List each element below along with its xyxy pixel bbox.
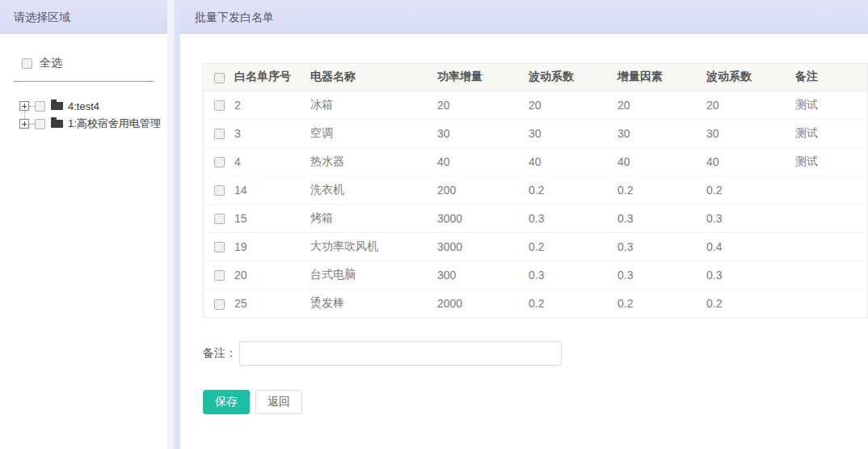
select-all-checkbox[interactable] (22, 58, 32, 69)
row-checkbox[interactable] (214, 157, 225, 167)
row-checkbox[interactable] (214, 214, 225, 224)
region-sidebar: 请选择区域 全选 4:test4 1:高校宿舍用电管理 (0, 0, 167, 449)
cell-wave-coeff: 20 (529, 91, 617, 119)
cell-power-delta: 30 (437, 119, 529, 147)
tree-node-checkbox[interactable] (35, 119, 45, 129)
back-button[interactable]: 返回 (255, 390, 302, 414)
select-all-rows-checkbox[interactable] (214, 73, 225, 83)
cell-seq: 14 (234, 176, 310, 204)
table-row: 4热水器40404040测试 (204, 147, 867, 176)
cell-wave-coeff-2: 0.4 (706, 232, 795, 261)
cell-wave-coeff-2: 40 (706, 147, 795, 176)
cell-power-delta: 20 (437, 91, 529, 119)
cell-wave-coeff-2: 20 (706, 91, 795, 119)
row-checkbox[interactable] (214, 185, 225, 196)
tree-item-test4[interactable]: 4:test4 (19, 97, 167, 115)
folder-icon (51, 120, 63, 128)
cell-name: 烤箱 (310, 204, 437, 232)
sidebar-title: 请选择区域 (0, 0, 167, 34)
cell-wave-coeff-2: 0.3 (706, 204, 795, 232)
remark-input[interactable] (239, 341, 562, 366)
tree-node-label[interactable]: 1:高校宿舍用电管理 (68, 116, 161, 131)
col-name: 电器名称 (310, 64, 437, 91)
cell-seq: 4 (234, 147, 310, 176)
cell-delta-factor: 40 (617, 147, 706, 176)
cell-seq: 19 (234, 232, 310, 261)
table-row: 2冰箱20202020测试 (204, 91, 867, 119)
folder-icon (51, 102, 63, 110)
table-row: 3空调30303030测试 (204, 119, 867, 147)
table-row: 14洗衣机2000.20.20.2 (204, 176, 867, 204)
remark-form-row: 备注： (203, 341, 868, 366)
table-row: 15烤箱30000.30.30.3 (204, 204, 867, 232)
cell-delta-factor: 0.2 (617, 176, 706, 204)
cell-delta-factor: 0.3 (617, 261, 706, 289)
whitelist-table: 白名单序号 电器名称 功率增量 波动系数 增量因素 波动系数 备注 2冰箱202… (204, 64, 867, 317)
cell-wave-coeff-2: 30 (706, 119, 795, 147)
action-buttons: 保存 返回 (203, 390, 868, 414)
cell-wave-coeff-2: 0.3 (706, 261, 795, 289)
cell-remark: 测试 (795, 147, 867, 176)
cell-wave-coeff-2: 0.2 (706, 289, 795, 317)
cell-power-delta: 3000 (437, 204, 529, 232)
cell-name: 台式电脑 (310, 261, 437, 289)
cell-seq: 25 (234, 289, 310, 317)
cell-name: 热水器 (310, 147, 437, 176)
tree-node-label[interactable]: 4:test4 (68, 100, 99, 112)
cell-wave-coeff: 30 (529, 119, 617, 147)
tree-node-checkbox[interactable] (35, 101, 45, 112)
cell-name: 洗衣机 (310, 176, 437, 204)
cell-power-delta: 300 (437, 261, 529, 289)
row-checkbox[interactable] (214, 270, 225, 281)
page-title: 批量下发白名单 (180, 0, 868, 34)
col-remark: 备注 (795, 64, 867, 91)
save-button[interactable]: 保存 (203, 390, 250, 414)
table-row: 25烫发棒20000.20.20.2 (204, 289, 867, 317)
cell-wave-coeff: 0.2 (529, 176, 617, 204)
remark-label: 备注： (203, 346, 237, 361)
panel-gap (167, 0, 180, 449)
row-checkbox[interactable] (214, 129, 225, 139)
row-checkbox[interactable] (214, 299, 225, 310)
cell-wave-coeff: 0.2 (529, 289, 617, 317)
col-wave-coeff-2: 波动系数 (706, 64, 795, 91)
cell-wave-coeff: 40 (529, 147, 617, 176)
cell-seq: 2 (234, 91, 310, 119)
select-all-label[interactable]: 全选 (40, 56, 62, 70)
expand-plus-icon[interactable] (19, 101, 29, 111)
cell-name: 冰箱 (310, 91, 437, 119)
cell-power-delta: 40 (437, 147, 529, 176)
cell-remark (795, 289, 867, 317)
cell-power-delta: 200 (437, 176, 529, 204)
cell-remark: 测试 (795, 91, 867, 119)
table-row: 19大功率吹风机30000.20.30.4 (204, 232, 867, 261)
cell-wave-coeff: 0.3 (529, 261, 617, 289)
sidebar-divider (14, 81, 154, 82)
tree-connector (29, 106, 35, 107)
expand-plus-icon[interactable] (19, 119, 29, 129)
cell-name: 大功率吹风机 (310, 232, 437, 261)
panel-content: 白名单序号 电器名称 功率增量 波动系数 增量因素 波动系数 备注 2冰箱202… (180, 34, 868, 414)
whitelist-panel: 批量下发白名单 白名单序号 电器名称 功率增量 波动系数 增量因素 (180, 0, 868, 449)
col-delta-factor: 增量因素 (617, 64, 706, 91)
col-wave-coeff: 波动系数 (529, 64, 617, 91)
select-all-row: 全选 (22, 56, 167, 70)
tree-connector (29, 124, 35, 125)
row-checkbox[interactable] (214, 100, 225, 111)
col-power-delta: 功率增量 (437, 64, 529, 91)
cell-wave-coeff: 0.2 (529, 232, 617, 261)
whitelist-table-wrap: 白名单序号 电器名称 功率增量 波动系数 增量因素 波动系数 备注 2冰箱202… (203, 63, 868, 318)
cell-delta-factor: 30 (617, 119, 706, 147)
cell-seq: 15 (234, 204, 310, 232)
cell-wave-coeff-2: 0.2 (706, 176, 795, 204)
cell-power-delta: 2000 (437, 289, 529, 317)
cell-name: 烫发棒 (310, 289, 437, 317)
region-tree: 4:test4 1:高校宿舍用电管理 (19, 97, 167, 133)
cell-seq: 3 (234, 119, 310, 147)
cell-remark (795, 232, 867, 261)
tree-item-campus-power[interactable]: 1:高校宿舍用电管理 (19, 115, 167, 133)
row-checkbox[interactable] (214, 242, 225, 252)
cell-delta-factor: 0.3 (617, 232, 706, 261)
table-body: 2冰箱20202020测试3空调30303030测试4热水器40404040测试… (204, 91, 867, 317)
cell-delta-factor: 0.3 (617, 204, 706, 232)
